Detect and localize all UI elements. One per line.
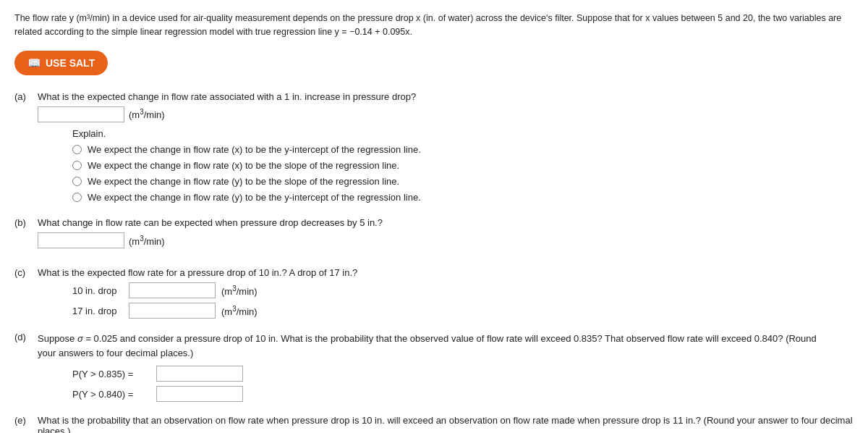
section-c: (c) What is the expected flow rate for a… <box>14 267 854 319</box>
part-a-question: What is the expected change in flow rate… <box>38 91 854 102</box>
section-d: (d) Suppose σ = 0.025 and consider a pre… <box>14 332 854 402</box>
part-c-unit-1: (m3/min) <box>221 285 258 297</box>
part-a-input[interactable] <box>38 106 124 122</box>
radio-4-label: We expect the change in flow rate (y) to… <box>88 191 421 204</box>
prob-row-1: P(Y > 0.835) = <box>72 366 854 382</box>
part-c-unit-2: (m3/min) <box>221 305 258 317</box>
book-icon: 📖 <box>27 56 41 70</box>
radio-3-label: We expect the change in flow rate (y) to… <box>88 175 399 188</box>
part-c-row-2-label: 17 in. drop <box>72 306 123 316</box>
part-c-letter: (c) <box>14 267 35 278</box>
radio-option-1[interactable]: We expect the change in flow rate (x) to… <box>72 143 854 156</box>
use-salt-button[interactable]: 📖 USE SALT <box>14 51 108 75</box>
part-b-question: What change in flow rate can be expected… <box>38 217 854 228</box>
radio-2[interactable] <box>72 161 82 170</box>
part-b-letter: (b) <box>14 217 35 228</box>
prob-label-1: P(Y > 0.835) = <box>72 369 152 379</box>
intro-paragraph: The flow rate y (m³/min) in a device use… <box>14 12 854 39</box>
part-c-row-1: 10 in. drop (m3/min) <box>72 282 854 298</box>
part-c-input-10[interactable] <box>129 282 216 298</box>
radio-4[interactable] <box>72 193 82 202</box>
part-c-inputs: 10 in. drop (m3/min) 17 in. drop (m3/min… <box>72 282 854 319</box>
radio-option-2[interactable]: We expect the change in flow rate (x) to… <box>72 159 854 172</box>
part-c-question: What is the expected flow rate for a pre… <box>38 267 854 278</box>
part-e-question: What is the probability that an observat… <box>38 415 854 433</box>
section-e: (e) What is the probability that an obse… <box>14 415 854 433</box>
section-b: (b) What change in flow rate can be expe… <box>14 217 854 254</box>
part-c-input-17[interactable] <box>129 303 216 319</box>
prob-label-2: P(Y > 0.840) = <box>72 389 152 400</box>
part-c-row-1-label: 10 in. drop <box>72 285 123 296</box>
part-d-prob-rows: P(Y > 0.835) = P(Y > 0.840) = <box>72 366 854 402</box>
part-b-unit: (m3/min) <box>129 235 165 247</box>
part-d-letter: (d) <box>14 332 35 342</box>
part-c-row-2: 17 in. drop (m3/min) <box>72 303 854 319</box>
radio-2-label: We expect the change in flow rate (x) to… <box>88 159 399 172</box>
part-a-letter: (a) <box>14 91 35 102</box>
part-a-unit: (m3/min) <box>129 108 165 120</box>
explain-radio-group: We expect the change in flow rate (x) to… <box>72 143 854 205</box>
radio-option-4[interactable]: We expect the change in flow rate (y) to… <box>72 191 854 204</box>
radio-3[interactable] <box>72 177 82 186</box>
section-a: (a) What is the expected change in flow … <box>14 91 854 205</box>
use-salt-label: USE SALT <box>46 57 95 69</box>
prob-row-2: P(Y > 0.840) = <box>72 386 854 402</box>
part-b-input[interactable] <box>38 232 124 248</box>
prob-input-1[interactable] <box>156 366 243 382</box>
radio-option-3[interactable]: We expect the change in flow rate (y) to… <box>72 175 854 188</box>
part-d-question: Suppose σ = 0.025 and consider a pressur… <box>38 332 833 360</box>
radio-1-label: We expect the change in flow rate (x) to… <box>88 143 421 156</box>
part-e-letter: (e) <box>14 415 35 426</box>
radio-1[interactable] <box>72 145 82 154</box>
explain-label: Explain. <box>72 128 854 139</box>
prob-input-2[interactable] <box>156 386 243 402</box>
